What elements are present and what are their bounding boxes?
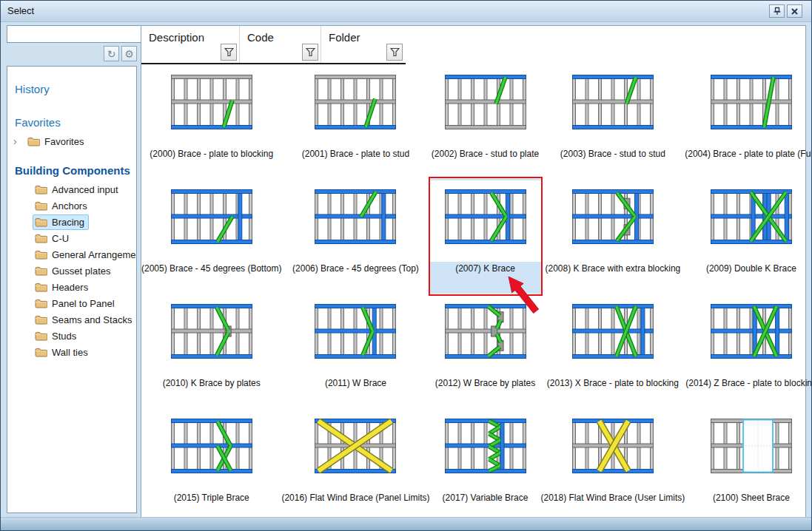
search-input[interactable]: [7, 25, 144, 43]
column-description-label[interactable]: Description: [141, 26, 239, 44]
component-item-2010[interactable]: (2010) K Brace by plates: [141, 294, 281, 408]
component-item-2009[interactable]: (2009) Double K Brace: [685, 179, 812, 294]
sidebar-item-label: C-U: [52, 233, 69, 244]
filter-button-description[interactable]: [221, 44, 237, 61]
refresh-button[interactable]: ↻: [104, 46, 119, 61]
component-label: (2012) W Brace by plates: [435, 378, 535, 388]
component-thumbwrap: [430, 410, 541, 491]
component-thumbwrap: [696, 66, 807, 147]
component-grid: (2000) Brace - plate to blocking(2001) B…: [141, 64, 805, 523]
sidebar-item-bracing[interactable]: Bracing: [7, 214, 136, 230]
filter-input-description[interactable]: [143, 44, 218, 61]
folder-icon: [35, 315, 47, 325]
sidebar-item-label: General Arrangement: [52, 249, 137, 260]
filter-button-code[interactable]: [302, 44, 318, 61]
component-thumbwrap: [300, 180, 411, 262]
close-button[interactable]: [787, 4, 802, 18]
component-tree: HistoryFavorites›FavoritesBuilding Compo…: [7, 66, 137, 513]
component-thumbnail: [711, 75, 792, 129]
folder-icon: [35, 234, 47, 243]
sidebar-item-c-u[interactable]: C-U: [7, 230, 136, 246]
section-favorites[interactable]: Favorites: [7, 112, 136, 133]
component-label: (2011) W Brace: [325, 378, 386, 388]
sidebar-item-studs[interactable]: Studs: [7, 328, 136, 344]
sidebar-item-headers[interactable]: Headers: [7, 279, 136, 295]
component-item-2003[interactable]: (2003) Brace - stud to stud: [541, 64, 685, 179]
gear-icon: ⚙: [124, 48, 134, 60]
window-title: Select: [7, 5, 34, 16]
funnel-icon: [306, 47, 315, 57]
column-folder-label[interactable]: Folder: [321, 26, 405, 44]
component-item-2018[interactable]: (2018) Flat Wind Brace (User Limits): [541, 408, 685, 523]
sidebar-item-box: Headers: [33, 280, 93, 295]
sidebar-item-label: Advanced input: [52, 184, 118, 195]
component-item-2017[interactable]: (2017) Variable Brace: [430, 408, 541, 523]
sidebar-item-favorites[interactable]: ›Favorites: [7, 133, 136, 149]
sidebar-item-label: Anchors: [52, 200, 87, 212]
filter-button-folder[interactable]: [386, 44, 403, 61]
component-label: (2013) X Brace - plate to blocking: [547, 378, 679, 388]
folder-icon: [35, 283, 47, 292]
pin-button[interactable]: [769, 4, 785, 18]
component-item-2002[interactable]: (2002) Brace - stud to plate: [430, 64, 541, 179]
column-description: Description: [141, 26, 240, 63]
sidebar-item-seams-and-stacks[interactable]: Seams and Stacks: [7, 311, 136, 328]
section-building-components[interactable]: Building Components: [7, 160, 136, 181]
sidebar-item-label: Bracing: [52, 217, 84, 228]
sidebar-item-advanced-input[interactable]: Advanced input: [7, 181, 136, 197]
component-label: (2016) Flat Wind Brace (Panel Limits): [281, 493, 429, 503]
component-item-2001[interactable]: (2001) Brace - plate to stud: [281, 64, 429, 179]
component-item-2008[interactable]: (2008) K Brace with extra blocking: [541, 179, 685, 294]
column-header-row: Description Code Folder: [141, 26, 406, 64]
component-item-2100[interactable]: (2100) Sheet Brace: [685, 408, 812, 523]
sidebar-item-label: Wall ties: [52, 347, 88, 358]
bottom-bar: [1, 517, 811, 530]
pin-icon: [773, 7, 782, 16]
chevron-right-icon[interactable]: ›: [13, 136, 25, 146]
sidebar-item-box: Studs: [33, 328, 81, 344]
sidebar-item-wall-ties[interactable]: Wall ties: [7, 344, 136, 360]
titlebar-buttons: [769, 4, 802, 18]
component-item-2014[interactable]: (2014) Z Brace - plate to blocking: [685, 294, 812, 408]
component-thumbwrap: [156, 180, 267, 262]
settings-button[interactable]: ⚙: [121, 46, 137, 61]
component-item-2005[interactable]: (2005) Brace - 45 degrees (Bottom): [141, 179, 281, 294]
component-item-2000[interactable]: (2000) Brace - plate to blocking: [141, 64, 281, 179]
component-thumbnail: [572, 75, 654, 129]
component-item-2015[interactable]: (2015) Triple Brace: [141, 408, 281, 523]
component-thumbwrap: [557, 180, 668, 262]
funnel-icon: [224, 47, 234, 57]
folder-icon: [35, 250, 47, 260]
component-thumbnail: [572, 304, 654, 359]
component-item-2007[interactable]: (2007) K Brace: [430, 179, 541, 294]
column-code: Code: [240, 26, 321, 63]
component-thumbnail: [315, 419, 396, 473]
component-item-2013[interactable]: (2013) X Brace - plate to blocking: [541, 294, 685, 408]
titlebar: Select: [1, 1, 811, 22]
folder-icon: [35, 331, 47, 341]
component-label: (2015) Triple Brace: [174, 493, 249, 503]
section-history[interactable]: History: [7, 78, 136, 100]
component-item-2004[interactable]: (2004) Brace - plate to plate (Full): [685, 64, 812, 179]
filter-input-code[interactable]: [241, 44, 300, 61]
component-item-2016[interactable]: (2016) Flat Wind Brace (Panel Limits): [281, 408, 429, 523]
refresh-icon: ↻: [107, 48, 116, 60]
component-item-2006[interactable]: (2006) Brace - 45 degrees (Top): [281, 179, 429, 294]
component-thumbwrap: [696, 295, 807, 376]
sidebar-item-panel-to-panel[interactable]: Panel to Panel: [7, 295, 136, 311]
sidebar-item-general-arrangement[interactable]: General Arrangement: [7, 246, 136, 263]
sidebar-item-anchors[interactable]: Anchors: [7, 197, 136, 214]
component-thumbnail: [171, 419, 252, 473]
sidebar-item-gusset-plates[interactable]: Gusset plates: [7, 263, 136, 279]
component-label: (2005) Brace - 45 degrees (Bottom): [141, 263, 281, 274]
filter-input-folder[interactable]: [323, 44, 384, 61]
component-thumbwrap: [430, 180, 541, 262]
component-thumbnail: [315, 189, 396, 244]
sidebar-item-label: Studs: [52, 331, 76, 342]
column-code-label[interactable]: Code: [240, 26, 321, 44]
sidebar-item-label: Gusset plates: [52, 266, 111, 277]
component-item-2011[interactable]: (2011) W Brace: [281, 294, 429, 408]
component-thumbnail: [711, 419, 792, 473]
sidebar-toolbar: ↻ ⚙: [7, 46, 137, 61]
component-thumbnail: [315, 75, 396, 129]
